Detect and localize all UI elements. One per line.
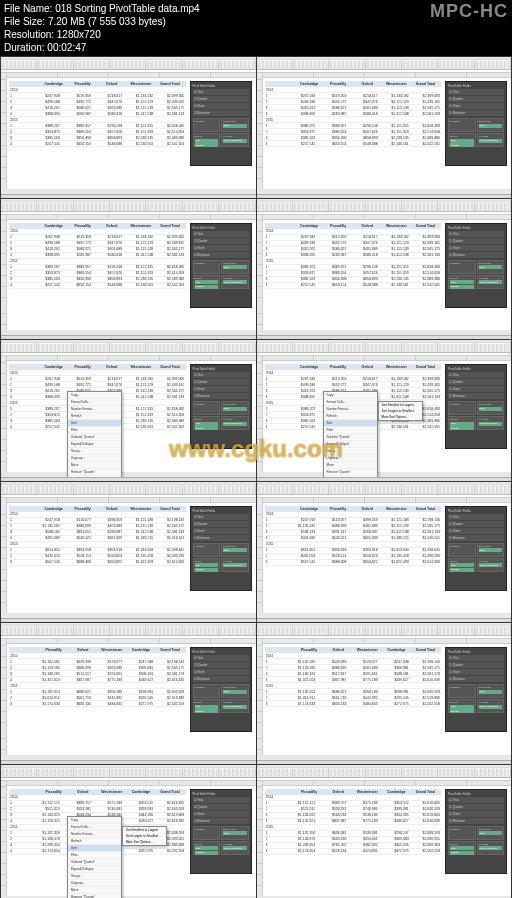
field-item[interactable]: ☑ Revenue <box>193 535 249 541</box>
columns-zone[interactable]: COLUMNSStore <box>221 543 249 557</box>
columns-zone[interactable]: COLUMNSStore <box>477 826 505 840</box>
ribbon-group[interactable] <box>366 343 402 352</box>
pivot-col-header[interactable]: Grand Total <box>155 224 184 228</box>
field-chip[interactable]: Year <box>450 563 474 567</box>
pivot-col-header[interactable]: Oxford <box>324 648 353 652</box>
pivot-col-header[interactable] <box>266 507 295 511</box>
pivot-col-header[interactable]: Cambridge <box>382 648 411 652</box>
menu-item[interactable]: Format Cells... <box>68 824 121 831</box>
menu-item[interactable]: Subtotal "Quarter" <box>68 434 121 441</box>
pivot-col-header[interactable]: Oxford <box>68 790 97 794</box>
thumbnail-3[interactable]: CambridgePiccadillyOxfordWestminsterGran… <box>1 199 256 340</box>
menu-item[interactable]: Format Cells... <box>324 399 377 406</box>
menu-item[interactable]: Move <box>68 887 121 894</box>
field-chip[interactable]: Sum of Revenue <box>479 422 503 426</box>
field-chip[interactable]: Sum of Revenue <box>223 280 247 284</box>
cell-grid[interactable]: CambridgePiccadillyOxfordWestminsterGran… <box>7 356 256 472</box>
rows-zone[interactable]: ROWSYearQuarter <box>448 275 476 289</box>
ribbon-group[interactable] <box>219 60 255 69</box>
worksheet-area[interactable]: CambridgePiccadillyOxfordWestminsterGran… <box>1 356 256 472</box>
pivot-col-header[interactable]: Cambridge <box>295 365 324 369</box>
context-menu[interactable]: CopyFormat Cells...Number Format...Refre… <box>67 391 122 481</box>
column-headers[interactable] <box>263 781 512 786</box>
field-item[interactable]: ☑ Store <box>448 811 504 817</box>
field-item[interactable]: ☑ Store <box>448 386 504 392</box>
pivot-data-row[interactable]: 3$557,545$688,300$650,822$1,022,493$2,61… <box>265 560 442 566</box>
field-item[interactable]: ☑ Store <box>448 528 504 534</box>
field-list[interactable]: ☑ Year☑ Quarter☑ Store☑ Revenue <box>193 231 249 258</box>
field-item[interactable]: ☑ Year <box>448 89 504 95</box>
filters-zone[interactable]: FILTERS <box>448 826 476 840</box>
ribbon-group[interactable] <box>37 485 73 494</box>
ribbon-group[interactable] <box>438 343 474 352</box>
values-zone[interactable]: VALUESSum of Revenue <box>221 416 249 430</box>
field-item[interactable]: ☑ Quarter <box>448 804 504 810</box>
field-chip[interactable]: Store <box>223 124 247 128</box>
field-chip[interactable]: Store <box>223 407 247 411</box>
pivot-col-header[interactable]: Oxford <box>353 82 382 86</box>
menu-item[interactable]: Subtotal "Quarter" <box>324 434 377 441</box>
ribbon[interactable] <box>1 343 256 353</box>
worksheet-area[interactable]: CambridgePiccadillyOxfordWestminsterGran… <box>257 356 512 472</box>
pivot-col-header[interactable]: Oxford <box>97 507 126 511</box>
menu-item[interactable]: Number Format... <box>68 831 121 838</box>
field-chip[interactable]: Quarter <box>450 426 474 430</box>
ribbon-group[interactable] <box>74 626 110 635</box>
field-item[interactable]: ☑ Year <box>193 514 249 520</box>
thumbnail-9[interactable]: PiccadillyOxfordWestminsterCambridgeGran… <box>1 623 256 764</box>
pivot-table[interactable]: PiccadillyOxfordWestminsterCambridgeGran… <box>265 789 442 855</box>
pivot-fields-panel[interactable]: PivotTable Fields☑ Year☑ Quarter☑ Store☑… <box>445 81 507 166</box>
pivot-col-header[interactable]: Cambridge <box>126 648 155 652</box>
ribbon-group[interactable] <box>438 485 474 494</box>
columns-zone[interactable]: COLUMNSStore <box>221 684 249 698</box>
menu-item[interactable]: Number Format... <box>324 406 377 413</box>
field-chip[interactable]: Store <box>479 124 503 128</box>
pivot-fields-panel[interactable]: PivotTable Fields☑ Year☑ Quarter☑ Store☑… <box>190 506 252 591</box>
ribbon-group[interactable] <box>257 202 293 211</box>
ribbon-group[interactable] <box>402 768 438 777</box>
menu-item[interactable]: Refresh <box>324 413 377 420</box>
pivot-col-header[interactable] <box>10 82 39 86</box>
pivot-col-header[interactable]: Piccadilly <box>295 648 324 652</box>
ribbon-group[interactable] <box>1 485 37 494</box>
cell-grid[interactable]: PiccadillyOxfordWestminsterCambridgeGran… <box>263 781 512 897</box>
ribbon-group[interactable] <box>366 202 402 211</box>
column-headers[interactable] <box>263 356 512 361</box>
ribbon-group[interactable] <box>329 768 365 777</box>
ribbon-group[interactable] <box>74 768 110 777</box>
ribbon-group[interactable] <box>37 60 73 69</box>
field-chip[interactable]: Year <box>195 422 219 426</box>
pivot-col-header[interactable]: Cambridge <box>39 507 68 511</box>
field-item[interactable]: ☑ Revenue <box>448 535 504 541</box>
pivot-fields-panel[interactable]: PivotTable Fields☑ Year☑ Quarter☑ Store☑… <box>445 506 507 591</box>
pivot-col-header[interactable] <box>266 648 295 652</box>
field-list[interactable]: ☑ Year☑ Quarter☑ Store☑ Revenue <box>193 372 249 399</box>
pivot-col-header[interactable]: Cambridge <box>126 790 155 794</box>
field-chip[interactable]: Store <box>223 548 247 552</box>
pivot-data-row[interactable]: 4$257,545$650,154$548,088$2,130,561$2,54… <box>265 283 442 289</box>
pivot-col-header[interactable]: Cambridge <box>39 82 68 86</box>
field-list[interactable]: ☑ Year☑ Quarter☑ Store☑ Revenue <box>448 231 504 258</box>
column-headers[interactable] <box>7 215 256 220</box>
ribbon-group[interactable] <box>475 768 511 777</box>
pivot-col-header[interactable]: Piccadilly <box>39 790 68 794</box>
ribbon[interactable] <box>257 626 512 636</box>
ribbon-group[interactable] <box>74 343 110 352</box>
ribbon-group[interactable] <box>257 60 293 69</box>
field-list[interactable]: ☑ Year☑ Quarter☑ Store☑ Revenue <box>448 89 504 116</box>
menu-item[interactable]: Expand/Collapse <box>68 866 121 873</box>
cell-grid[interactable]: PiccadillyOxfordWestminsterCambridgeGran… <box>7 639 256 755</box>
field-item[interactable]: ☑ Quarter <box>193 521 249 527</box>
ribbon[interactable] <box>257 768 512 778</box>
cell-grid[interactable]: CambridgePiccadillyOxfordWestminsterGran… <box>263 356 512 472</box>
ribbon-group[interactable] <box>402 60 438 69</box>
pivot-col-header[interactable]: Grand Total <box>411 82 440 86</box>
ribbon[interactable] <box>257 343 512 353</box>
pivot-col-header[interactable]: Piccadilly <box>324 365 353 369</box>
filters-zone[interactable]: FILTERS <box>193 118 221 132</box>
pivot-col-header[interactable]: Piccadilly <box>39 648 68 652</box>
field-list[interactable]: ☑ Year☑ Quarter☑ Store☑ Revenue <box>448 372 504 399</box>
columns-zone[interactable]: COLUMNSStore <box>477 260 505 274</box>
pivot-col-header[interactable]: Oxford <box>324 790 353 794</box>
field-item[interactable]: ☑ Revenue <box>193 676 249 682</box>
